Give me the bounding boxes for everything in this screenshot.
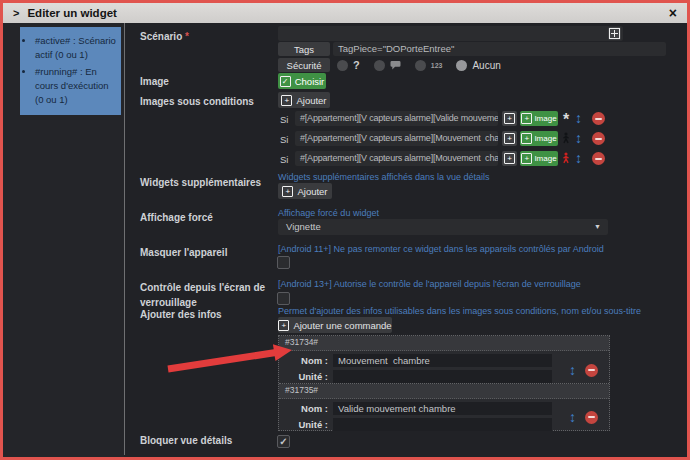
delete-command-icon[interactable] — [585, 411, 598, 424]
image-button-label: Image — [534, 114, 556, 123]
minus-bar — [595, 138, 602, 140]
radio-icon[interactable] — [337, 60, 348, 71]
command-id: #31735# — [279, 384, 609, 399]
block-details-label: Bloquer vue détails — [140, 433, 272, 448]
condition-expand-button[interactable]: + — [502, 131, 517, 146]
tags-button[interactable]: Tags — [278, 42, 330, 56]
edit-widget-dialog: > Editer un widget × #active# : Scénario… — [0, 0, 690, 460]
delete-row-icon[interactable] — [592, 152, 605, 165]
add-extra-widget-label: Ajouter — [297, 186, 327, 197]
question-icon: ? — [353, 59, 360, 71]
minus-bar — [588, 416, 595, 418]
radio-icon[interactable] — [415, 60, 426, 71]
condition-image-button[interactable]: + Image — [520, 131, 558, 146]
forced-display-value: Vignette — [286, 221, 321, 232]
condition-input[interactable]: #[Appartement][V capteurs alarme][Mouvem… — [295, 151, 498, 166]
security-option-bubble[interactable] — [374, 60, 401, 71]
add-infos-label: Ajouter des infos — [140, 307, 272, 322]
security-none-label: Aucun — [472, 60, 500, 71]
condition-expand-button[interactable]: + — [502, 111, 517, 126]
lockscreen-control-checkbox[interactable] — [277, 292, 290, 305]
move-row-handle[interactable]: ↕ — [575, 111, 582, 125]
delete-row-icon[interactable] — [592, 132, 605, 145]
choose-button-label: Choisir — [295, 76, 325, 87]
security-option-numbers[interactable]: 123 — [415, 60, 443, 71]
plus-icon: + — [282, 186, 293, 197]
scenario-picker-button[interactable] — [608, 27, 621, 40]
add-command-button[interactable]: + Ajouter une commande — [278, 317, 392, 333]
radio-icon[interactable] — [374, 60, 385, 71]
condition-input[interactable]: #[Appartement][V capteurs alarme][Mouvem… — [295, 131, 498, 146]
plus-icon: + — [278, 320, 289, 331]
person-red-icon — [559, 151, 573, 169]
condition-expand-button[interactable]: + — [502, 151, 517, 166]
extra-widgets-label: Widgets supplémentaires — [140, 175, 272, 190]
command-block: #31734# Nom : Mouvement chambre Unité : … — [279, 336, 609, 383]
radio-selected-icon[interactable] — [456, 60, 467, 71]
security-options: ? 123 Aucun — [337, 58, 508, 72]
info-item: #active# : Scénario actif (0 ou 1) — [35, 34, 118, 63]
delete-command-icon[interactable] — [585, 364, 598, 377]
collapse-chevron-icon[interactable]: > — [13, 7, 19, 19]
close-icon[interactable]: × — [669, 6, 677, 20]
chevron-down-icon: ▼ — [594, 219, 601, 235]
move-row-handle[interactable]: ↕ — [575, 151, 582, 165]
security-button[interactable]: Sécurité — [278, 58, 330, 72]
commands-container: #31734# Nom : Mouvement chambre Unité : … — [278, 335, 610, 431]
plus-icon: + — [504, 153, 515, 164]
block-details-checkbox[interactable]: ✓ — [277, 435, 290, 448]
plus-icon: + — [521, 113, 532, 124]
nom-input[interactable]: Mouvement chambre — [333, 354, 552, 367]
hide-device-helper: [Android 11+] Ne pas remonter ce widget … — [278, 244, 604, 254]
lockscreen-control-helper: [Android 13+] Autorise le contrôle de l'… — [278, 279, 581, 289]
move-command-handle[interactable]: ↕ — [569, 410, 576, 424]
choose-image-button[interactable]: ✓ Choisir — [278, 73, 326, 89]
numbers-icon: 123 — [431, 62, 443, 69]
security-option-none[interactable]: Aucun — [456, 60, 500, 71]
person-dark-icon — [559, 131, 573, 149]
si-label: Si — [280, 154, 288, 165]
variables-info-box: #active# : Scénario actif (0 ou 1) #runn… — [20, 27, 121, 115]
asterisk-icon: * — [559, 115, 573, 125]
forced-display-label: Affichage forcé — [140, 210, 272, 225]
si-label: Si — [280, 134, 288, 145]
forced-display-helper: Affichage forcé du widget — [278, 208, 379, 218]
scenario-input[interactable]: [Sécurité][Appartement][Capteur On Off] — [278, 26, 623, 41]
plus-icon: + — [521, 133, 532, 144]
tags-input[interactable]: TagPiece="DOPorteEntree" — [333, 42, 666, 56]
plus-icon: + — [504, 113, 515, 124]
dialog-title: Editer un widget — [27, 7, 116, 19]
nom-input[interactable]: Valide mouvement chambre — [333, 402, 552, 415]
add-extra-widget-button[interactable]: + Ajouter — [278, 183, 332, 199]
delete-row-icon[interactable] — [592, 112, 605, 125]
scenario-label: Scénario * — [140, 29, 272, 44]
security-option-question[interactable]: ? — [337, 59, 360, 71]
nom-label: Nom : — [279, 355, 333, 366]
move-command-handle[interactable]: ↕ — [569, 363, 576, 377]
add-condition-button[interactable]: + Ajouter — [278, 92, 330, 108]
info-item: #running# : En cours d'exécution (0 ou 1… — [35, 65, 118, 108]
unite-input[interactable] — [333, 370, 552, 383]
command-id: #31734# — [279, 336, 609, 351]
image-button-label: Image — [534, 154, 556, 163]
hide-device-label: Masquer l'appareil — [140, 245, 272, 260]
pane-divider — [124, 23, 125, 455]
condition-image-button[interactable]: + Image — [520, 151, 558, 166]
plus-icon: + — [281, 95, 292, 106]
security-button-label: Sécurité — [287, 60, 322, 71]
unite-input[interactable] — [333, 418, 552, 431]
nom-label: Nom : — [279, 403, 333, 414]
required-mark: * — [185, 31, 189, 42]
command-block: #31735# Nom : Valide mouvement chambre U… — [279, 383, 609, 430]
minus-bar — [595, 118, 602, 120]
condition-input[interactable]: #[Appartement][V capteurs alarme][Valide… — [295, 111, 498, 126]
minus-bar — [588, 369, 595, 371]
image-label: Image — [140, 74, 272, 89]
hide-device-checkbox[interactable] — [277, 256, 290, 269]
grid-icon — [609, 28, 620, 39]
scenario-label-text: Scénario — [140, 31, 182, 42]
move-row-handle[interactable]: ↕ — [575, 131, 582, 145]
forced-display-select[interactable]: Vignette ▼ — [278, 219, 608, 235]
image-button-label: Image — [534, 134, 556, 143]
condition-image-button[interactable]: + Image — [520, 111, 558, 126]
